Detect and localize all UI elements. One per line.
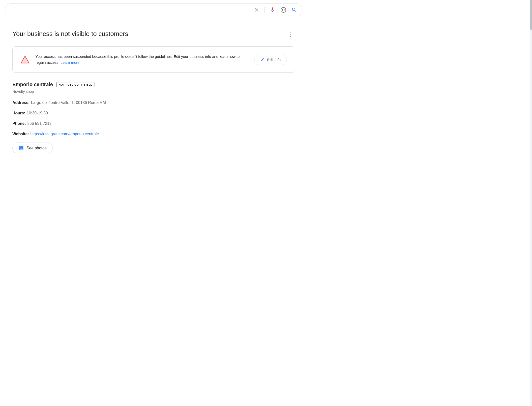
hours-value: 10:30-19:30 — [27, 111, 48, 115]
page-title: Your business is not visible to customer… — [12, 30, 128, 38]
website-link[interactable]: https://instagram.com/emporio.centrale — [30, 132, 99, 136]
search-icons — [253, 6, 298, 14]
see-photos-label: See photos — [27, 146, 47, 150]
business-category: Novelty shop — [12, 89, 295, 94]
search-bar-container: Emporio centrale — [0, 0, 307, 20]
svg-point-1 — [282, 9, 284, 11]
website-row: Website: https://instagram.com/emporio.c… — [12, 132, 295, 136]
lens-search-button[interactable] — [279, 6, 287, 14]
search-divider — [264, 7, 265, 13]
main-content: Your business is not visible to customer… — [0, 20, 307, 164]
address-row: Address: Largo del Teatro Valle, 1, 0018… — [12, 101, 295, 105]
lens-icon — [280, 7, 286, 13]
phone-row: Phone: 366 591 7212 — [12, 121, 295, 126]
google-search-button[interactable] — [290, 6, 298, 14]
search-bar: Emporio centrale — [5, 3, 302, 16]
alert-text: Your access has been suspended because t… — [35, 54, 248, 66]
close-icon — [254, 7, 259, 13]
pencil-icon — [260, 57, 265, 62]
edit-info-button[interactable]: Edit info — [254, 54, 287, 65]
business-name-row: Emporio centrale NOT PUBLICLY VISIBLE — [12, 82, 295, 87]
header-row: Your business is not visible to customer… — [12, 30, 295, 39]
photos-icon — [19, 145, 24, 151]
address-label: Address: — [12, 101, 30, 105]
search-input[interactable]: Emporio centrale — [9, 7, 253, 13]
more-options-button[interactable]: ⋮ — [286, 30, 295, 39]
microphone-icon — [269, 7, 275, 13]
visibility-badge: NOT PUBLICLY VISIBLE — [56, 82, 94, 87]
website-label: Website: — [12, 132, 29, 136]
svg-text:!: ! — [24, 58, 26, 63]
alert-card: ! Your access has been suspended because… — [12, 46, 295, 73]
hours-label: Hours: — [12, 111, 25, 115]
phone-value: 366 591 7212 — [27, 121, 52, 126]
learn-more-link[interactable]: Learn more — [60, 60, 80, 65]
more-options-icon: ⋮ — [288, 32, 293, 38]
voice-search-button[interactable] — [268, 6, 276, 14]
clear-button[interactable] — [253, 6, 260, 14]
see-photos-button[interactable]: See photos — [12, 142, 53, 154]
search-icon — [291, 7, 297, 13]
alert-icon: ! — [21, 55, 30, 64]
business-name: Emporio centrale — [12, 82, 53, 87]
phone-label: Phone: — [12, 121, 26, 126]
warning-triangle-icon: ! — [21, 55, 30, 64]
hours-row: Hours: 10:30-19:30 — [12, 111, 295, 115]
address-value: Largo del Teatro Valle, 1, 00186 Roma RM — [31, 101, 106, 105]
